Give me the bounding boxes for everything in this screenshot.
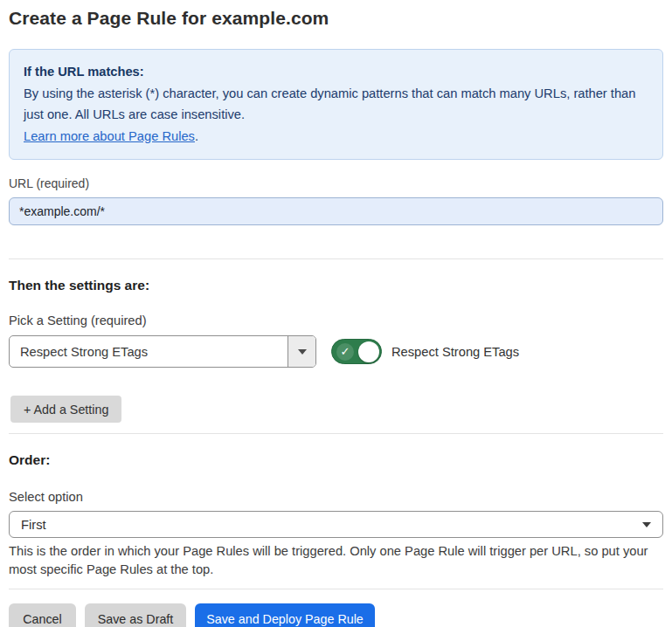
link-suffix: . bbox=[195, 129, 198, 143]
order-help-text: This is the order in which your Page Rul… bbox=[9, 542, 660, 579]
save-deploy-button[interactable]: Save and Deploy Page Rule bbox=[195, 603, 375, 627]
setting-select-value: Respect Strong ETags bbox=[10, 336, 288, 367]
url-input[interactable] bbox=[9, 197, 663, 225]
info-box-body: By using the asterisk (*) character, you… bbox=[24, 83, 648, 126]
toggle-label: Respect Strong ETags bbox=[391, 345, 519, 359]
order-select[interactable]: First bbox=[9, 511, 663, 538]
check-icon: ✓ bbox=[336, 343, 354, 361]
chevron-down-icon bbox=[642, 522, 651, 527]
page-title: Create a Page Rule for example.com bbox=[9, 8, 663, 29]
url-field-label: URL (required) bbox=[9, 176, 663, 190]
divider bbox=[9, 258, 663, 259]
footer-actions: Cancel Save as Draft Save and Deploy Pag… bbox=[9, 603, 663, 627]
info-box-heading: If the URL matches: bbox=[24, 61, 648, 83]
order-select-value: First bbox=[21, 518, 46, 532]
save-draft-button[interactable]: Save as Draft bbox=[85, 603, 186, 627]
setting-select[interactable]: Respect Strong ETags bbox=[9, 335, 316, 368]
toggle-knob bbox=[358, 341, 379, 362]
learn-more-link[interactable]: Learn more about Page Rules bbox=[24, 129, 195, 143]
cancel-button[interactable]: Cancel bbox=[9, 603, 76, 627]
order-section-heading: Order: bbox=[9, 452, 663, 468]
setting-row: Respect Strong ETags ✓ Respect Strong ET… bbox=[9, 335, 663, 368]
settings-section-heading: Then the settings are: bbox=[9, 278, 663, 293]
order-select-label: Select option bbox=[9, 490, 663, 504]
divider bbox=[9, 589, 663, 589]
add-setting-button[interactable]: + Add a Setting bbox=[10, 396, 121, 423]
setting-toggle[interactable]: ✓ bbox=[331, 339, 382, 364]
dropdown-arrow-icon bbox=[298, 349, 307, 355]
divider bbox=[9, 433, 663, 434]
pick-setting-label: Pick a Setting (required) bbox=[9, 314, 663, 327]
page-rule-form: Create a Page Rule for example.com If th… bbox=[0, 0, 672, 627]
info-box-link-line: Learn more about Page Rules. bbox=[24, 126, 648, 148]
setting-select-arrow-button[interactable] bbox=[288, 336, 315, 367]
url-match-info-box: If the URL matches: By using the asteris… bbox=[9, 49, 663, 160]
